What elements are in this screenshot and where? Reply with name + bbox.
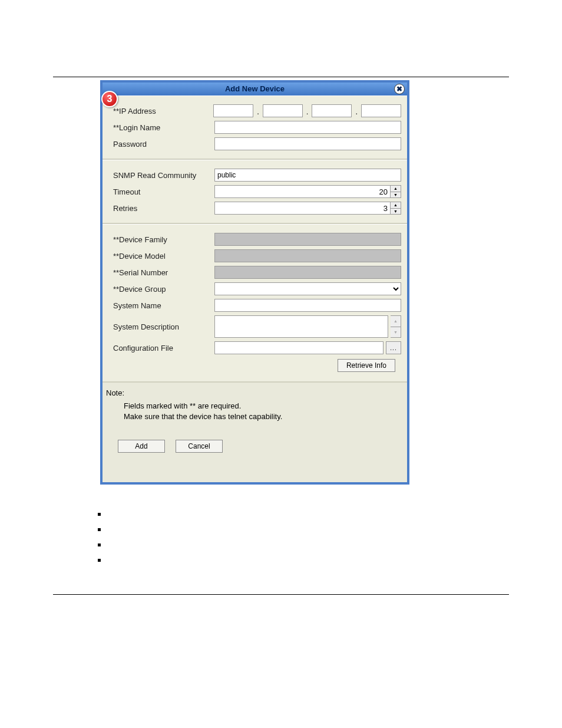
retries-label: Retries — [108, 204, 214, 213]
config-file-input[interactable] — [214, 341, 384, 354]
password-label: Password — [108, 140, 214, 149]
timeout-input[interactable] — [214, 185, 391, 198]
device-family-label: **Device Family — [108, 235, 214, 244]
system-name-label: System Name — [108, 301, 214, 310]
timeout-label: Timeout — [108, 187, 214, 196]
browse-button[interactable]: ... — [386, 341, 401, 354]
dialog-title: Add New Device — [225, 84, 285, 93]
ip-octet-1[interactable] — [213, 104, 253, 117]
section-snmp: SNMP Read Community Timeout ▲ ▼ — [103, 160, 407, 224]
bullet-item — [94, 508, 562, 523]
desc-scroll-up[interactable]: ▲ — [391, 316, 401, 327]
bottom-rule — [53, 594, 509, 595]
bullet-item — [94, 554, 562, 569]
timeout-spin-down[interactable]: ▼ — [391, 192, 401, 198]
top-rule — [53, 77, 509, 77]
ip-dot: . — [305, 107, 310, 117]
note-line-2: Make sure that the device has telnet cap… — [124, 411, 404, 422]
serial-number-label: **Serial Number — [108, 268, 214, 277]
ip-octet-4[interactable] — [361, 104, 401, 117]
retries-spin-up[interactable]: ▲ — [391, 202, 401, 209]
serial-number-input — [214, 266, 401, 279]
login-name-input[interactable] — [214, 121, 401, 134]
password-input[interactable] — [214, 137, 401, 150]
desc-scroll-down[interactable]: ▼ — [391, 327, 401, 338]
ip-dot: . — [256, 107, 260, 117]
retries-spin-down[interactable]: ▼ — [391, 209, 401, 215]
ip-octet-2[interactable] — [263, 104, 303, 117]
section-device: **Device Family **Device Model **Serial … — [103, 224, 407, 383]
retrieve-info-button[interactable]: Retrieve Info — [338, 359, 395, 372]
note-line-1: Fields marked with ** are required. — [124, 401, 404, 411]
add-button[interactable]: Add — [118, 440, 165, 453]
device-family-input — [214, 233, 401, 246]
ip-address-label: **IP Address — [108, 107, 213, 116]
close-icon: ✖ — [396, 83, 402, 95]
snmp-input[interactable] — [214, 169, 401, 182]
section-connection: **IP Address . . . **Login Name — [103, 95, 407, 160]
config-file-label: Configuration File — [108, 344, 214, 353]
bullet-list — [94, 508, 562, 569]
dialog-titlebar: Add New Device ✖ — [103, 83, 407, 95]
cancel-button[interactable]: Cancel — [176, 440, 223, 453]
device-model-input — [214, 249, 401, 262]
system-name-input[interactable] — [214, 299, 401, 312]
ip-octet-3[interactable] — [312, 104, 352, 117]
add-device-dialog: Add New Device ✖ **IP Address . . . — [100, 80, 409, 485]
login-name-label: **Login Name — [108, 123, 214, 132]
device-group-label: **Device Group — [108, 285, 214, 294]
system-desc-label: System Description — [108, 322, 214, 331]
timeout-spin-up[interactable]: ▲ — [391, 186, 401, 192]
bullet-item — [94, 523, 562, 539]
step-badge: 3 — [101, 91, 118, 107]
bullet-item — [94, 539, 562, 554]
note-title: Note: — [106, 388, 404, 397]
retries-input[interactable] — [214, 202, 391, 215]
system-desc-textarea[interactable] — [214, 315, 388, 338]
device-group-select[interactable] — [214, 282, 401, 295]
device-model-label: **Device Model — [108, 252, 214, 261]
ip-dot: . — [354, 107, 359, 117]
snmp-label: SNMP Read Community — [108, 171, 214, 180]
close-button[interactable]: ✖ — [394, 84, 405, 94]
note-section: Note: Fields marked with ** are required… — [103, 383, 407, 482]
